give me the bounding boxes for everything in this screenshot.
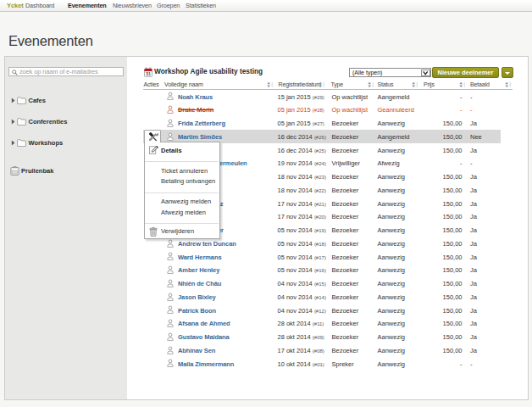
svg-text:31: 31 (146, 70, 151, 75)
